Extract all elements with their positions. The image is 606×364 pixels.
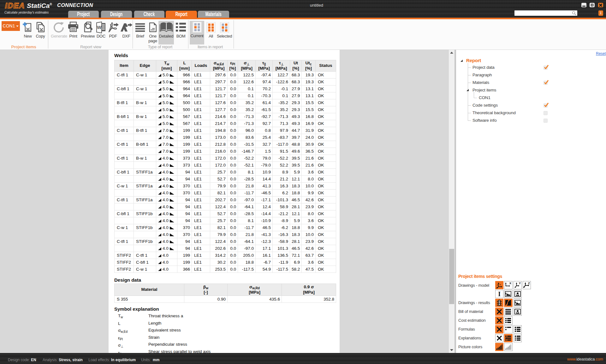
svg-text:Z: Z: [528, 282, 530, 285]
svg-text:Y: Y: [519, 282, 521, 285]
svg-text:W: W: [97, 25, 102, 30]
svg-text:X: X: [509, 282, 512, 285]
